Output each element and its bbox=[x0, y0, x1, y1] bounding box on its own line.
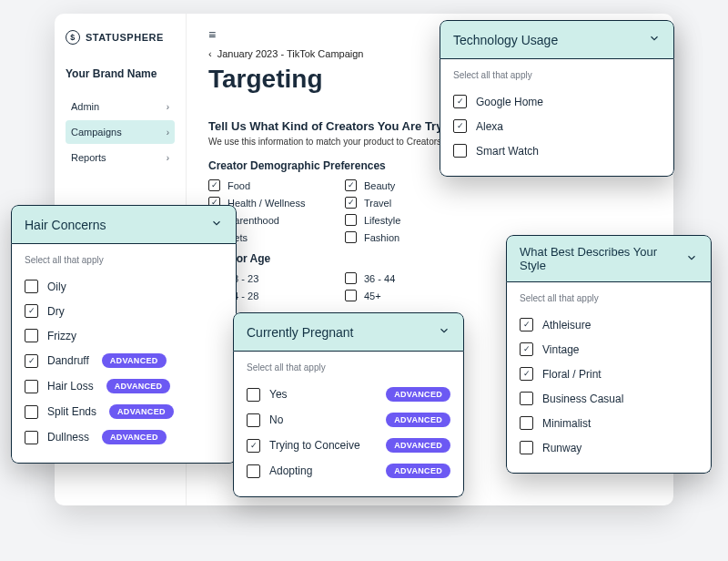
advanced-badge: ADVANCED bbox=[102, 353, 167, 368]
card-option[interactable]: Frizzy bbox=[25, 323, 223, 348]
advanced-badge: ADVANCED bbox=[102, 430, 167, 444]
demo-grid: FoodBeautyHealth / WellnessTravelParenth… bbox=[208, 179, 652, 243]
card-option[interactable]: Business Casual bbox=[520, 386, 698, 411]
checkbox-icon[interactable] bbox=[25, 380, 38, 393]
card-hint: Select all that apply bbox=[453, 70, 661, 80]
checkbox-icon[interactable] bbox=[520, 416, 533, 430]
checkbox-icon[interactable] bbox=[345, 179, 357, 191]
checkbox-icon[interactable] bbox=[345, 197, 357, 209]
advanced-badge: ADVANCED bbox=[386, 387, 450, 402]
breadcrumb-label: January 2023 - TikTok Campaign bbox=[217, 48, 364, 59]
checkbox-icon[interactable] bbox=[25, 329, 38, 342]
card-option[interactable]: AdoptingADVANCED bbox=[247, 458, 450, 484]
card-option[interactable]: NoADVANCED bbox=[247, 407, 450, 433]
checkbox-icon[interactable] bbox=[247, 388, 260, 402]
sidebar-item-admin[interactable]: Admin › bbox=[66, 95, 175, 118]
card-style: What Best Describes Your StyleSelect all… bbox=[506, 235, 712, 474]
chevron-down-icon bbox=[685, 251, 698, 267]
checkbox-icon[interactable] bbox=[25, 354, 38, 368]
demo-option[interactable]: Food bbox=[208, 179, 345, 191]
card-currently-pregnant: Currently PregnantSelect all that applyY… bbox=[233, 312, 464, 497]
checkbox-icon[interactable] bbox=[25, 431, 38, 444]
chevron-down-icon bbox=[648, 32, 661, 47]
advanced-badge: ADVANCED bbox=[386, 464, 450, 478]
brand: $ STATUSPHERE bbox=[66, 30, 175, 45]
sidebar-item-label: Campaigns bbox=[71, 127, 122, 138]
card-header[interactable]: What Best Describes Your Style bbox=[506, 235, 712, 282]
checkbox-icon[interactable] bbox=[520, 392, 533, 405]
advanced-badge: ADVANCED bbox=[109, 404, 174, 419]
card-technology-usage: Technology UsageSelect all that applyGoo… bbox=[440, 20, 674, 177]
card-option[interactable]: Athleisure bbox=[520, 312, 698, 337]
option-label: Dullness bbox=[47, 431, 89, 444]
checkbox-icon[interactable] bbox=[247, 439, 260, 453]
card-option[interactable]: Smart Watch bbox=[453, 138, 661, 163]
card-option[interactable]: Trying to ConceiveADVANCED bbox=[247, 433, 450, 458]
chevron-right-icon: › bbox=[167, 128, 169, 138]
card-option[interactable]: Floral / Print bbox=[520, 362, 698, 386]
demo-option[interactable]: Travel bbox=[345, 197, 481, 209]
advanced-badge: ADVANCED bbox=[386, 438, 450, 453]
checkbox-icon[interactable] bbox=[247, 464, 260, 478]
sidebar-item-label: Admin bbox=[71, 101, 99, 112]
checkbox-icon[interactable] bbox=[520, 342, 533, 356]
option-label: Athleisure bbox=[542, 319, 591, 332]
brand-name: Your Brand Name bbox=[66, 67, 175, 80]
option-label: 36 - 44 bbox=[364, 273, 395, 284]
checkbox-icon[interactable] bbox=[453, 144, 467, 158]
checkbox-icon[interactable] bbox=[453, 119, 467, 133]
card-option[interactable]: DullnessADVANCED bbox=[25, 424, 223, 450]
checkbox-icon[interactable] bbox=[345, 214, 357, 226]
age-option[interactable]: 45+ bbox=[345, 290, 481, 301]
card-title: Currently Pregnant bbox=[247, 325, 354, 340]
checkbox-icon[interactable] bbox=[453, 95, 467, 108]
card-option[interactable]: Vintage bbox=[520, 337, 698, 362]
option-label: Google Home bbox=[476, 96, 543, 108]
chevron-right-icon: › bbox=[167, 102, 169, 112]
advanced-badge: ADVANCED bbox=[106, 379, 171, 393]
demo-option[interactable]: Fashion bbox=[345, 231, 481, 243]
option-label: Alexa bbox=[476, 120, 503, 133]
chevron-down-icon bbox=[210, 217, 223, 232]
card-option[interactable]: Oily bbox=[25, 274, 223, 299]
checkbox-icon[interactable] bbox=[520, 318, 533, 332]
demo-option[interactable]: Beauty bbox=[345, 179, 481, 191]
sidebar-item-label: Reports bbox=[71, 152, 106, 163]
chevron-right-icon: › bbox=[167, 153, 169, 163]
checkbox-icon[interactable] bbox=[247, 413, 260, 427]
demo-option[interactable]: Lifestyle bbox=[345, 214, 481, 226]
card-option[interactable]: YesADVANCED bbox=[247, 382, 450, 407]
card-option[interactable]: Runway bbox=[520, 435, 698, 460]
checkbox-icon[interactable] bbox=[345, 231, 357, 243]
checkbox-icon[interactable] bbox=[25, 304, 38, 318]
card-title: What Best Describes Your Style bbox=[520, 245, 685, 272]
card-hint: Select all that apply bbox=[247, 362, 450, 372]
checkbox-icon[interactable] bbox=[520, 367, 533, 381]
sidebar-item-campaigns[interactable]: Campaigns › bbox=[66, 120, 175, 144]
card-option[interactable]: DandruffADVANCED bbox=[25, 348, 223, 373]
card-header[interactable]: Currently Pregnant bbox=[233, 312, 464, 352]
age-option[interactable]: 36 - 44 bbox=[345, 272, 481, 284]
card-option[interactable]: Hair LossADVANCED bbox=[25, 373, 223, 399]
card-option[interactable]: Google Home bbox=[453, 89, 661, 114]
checkbox-icon[interactable] bbox=[345, 290, 357, 301]
card-option[interactable]: Minimalist bbox=[520, 411, 698, 435]
card-title: Hair Concerns bbox=[25, 218, 106, 232]
checkbox-icon[interactable] bbox=[345, 272, 357, 284]
option-label: Dry bbox=[47, 305, 65, 318]
card-header[interactable]: Technology Usage bbox=[440, 20, 674, 59]
option-label: Food bbox=[228, 180, 250, 191]
checkbox-icon[interactable] bbox=[208, 179, 220, 191]
card-option[interactable]: Alexa bbox=[453, 114, 661, 138]
checkbox-icon[interactable] bbox=[25, 405, 38, 419]
card-option[interactable]: Dry bbox=[25, 299, 223, 323]
option-label: Travel bbox=[364, 198, 391, 209]
sidebar-item-reports[interactable]: Reports › bbox=[66, 146, 175, 169]
option-label: Smart Watch bbox=[476, 145, 539, 158]
card-option[interactable]: Split EndsADVANCED bbox=[25, 399, 223, 424]
option-label: Split Ends bbox=[47, 405, 96, 418]
option-label: Yes bbox=[269, 388, 288, 401]
checkbox-icon[interactable] bbox=[520, 441, 533, 454]
checkbox-icon[interactable] bbox=[25, 280, 38, 293]
card-header[interactable]: Hair Concerns bbox=[11, 205, 237, 244]
